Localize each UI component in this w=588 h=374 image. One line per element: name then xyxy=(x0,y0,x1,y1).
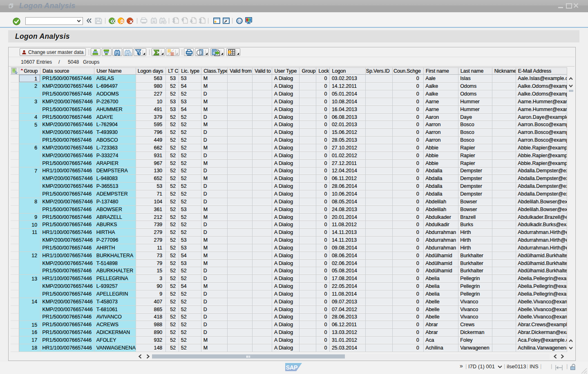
svg-text:SAP: SAP xyxy=(286,364,298,371)
svg-text:Σ: Σ xyxy=(171,52,173,56)
svg-text:?: ? xyxy=(238,18,241,23)
svg-text:Σ: Σ xyxy=(168,49,170,53)
